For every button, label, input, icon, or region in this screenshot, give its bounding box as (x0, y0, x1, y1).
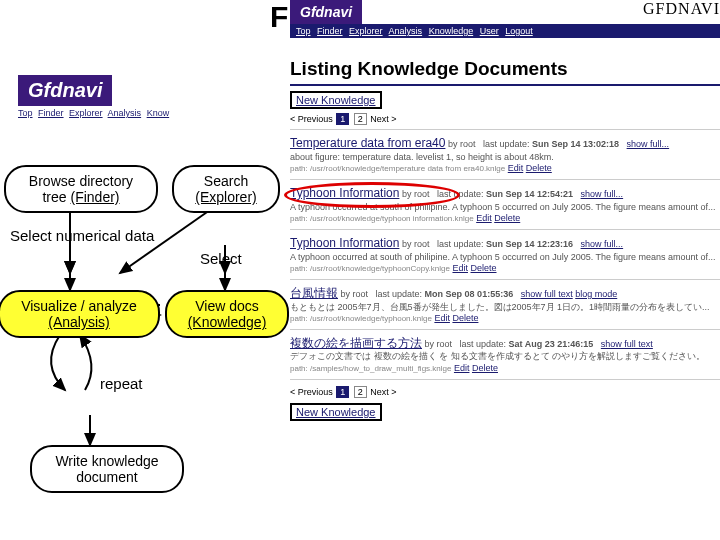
doc-delete[interactable]: Delete (494, 213, 520, 223)
doc-update-label: last update: (460, 339, 507, 349)
doc-by: by root (341, 289, 369, 299)
page-1[interactable]: 1 (336, 113, 349, 125)
doc-item: Typhoon Information by root last update:… (290, 186, 720, 230)
nav-explorer[interactable]: Explorer (349, 26, 383, 36)
doc-path: path: /usr/root/knowledge/typhoonCopy.kn… (290, 264, 450, 273)
new-knowledge-button[interactable]: New Knowledge (290, 91, 382, 109)
doc-delete[interactable]: Delete (526, 163, 552, 173)
flow-viewdocs: View docs (Knowledge) (165, 290, 289, 338)
doc-delete[interactable]: Delete (452, 313, 478, 323)
flow-viewdocs-u: (Knowledge) (188, 314, 267, 330)
nav-logout[interactable]: Logout (505, 26, 533, 36)
doc-show[interactable]: show full text (601, 339, 653, 349)
doc-by: by root (425, 339, 453, 349)
top-navbar: Top Finder Explorer Analysis Knowledge U… (290, 24, 720, 38)
doc-delete[interactable]: Delete (472, 363, 498, 373)
doc-show[interactable]: show full text (521, 289, 573, 299)
flow-write: Write knowledge document (30, 445, 184, 493)
doc-edit[interactable]: Edit (508, 163, 524, 173)
divider (290, 129, 720, 130)
doc-edit[interactable]: Edit (452, 263, 468, 273)
page-2[interactable]: 2 (354, 386, 367, 398)
pager-bottom: < Previous 1 2 Next > (290, 386, 720, 398)
page-title: Listing Knowledge Documents (290, 54, 720, 86)
doc-by: by root (402, 189, 430, 199)
doc-by: by root (402, 239, 430, 249)
nav-left-analysis[interactable]: Analysis (108, 108, 142, 118)
doc-show[interactable]: show full... (627, 139, 670, 149)
nav-top[interactable]: Top (296, 26, 311, 36)
doc-blog[interactable]: blog mode (575, 289, 617, 299)
doc-delete[interactable]: Delete (471, 263, 497, 273)
app-right-panel: Gfdnavi GFDNAVI Top Finder Explorer Anal… (290, 0, 720, 38)
doc-date: Sun Sep 14 12:54:21 (486, 189, 573, 199)
doc-item: 台風情報 by root last update: Mon Sep 08 01:… (290, 286, 720, 330)
doc-update-label: last update: (437, 239, 484, 249)
doc-date: Sat Aug 23 21:46:15 (509, 339, 594, 349)
doc-path: path: /samples/how_to_draw_multi_figs.kn… (290, 364, 451, 373)
doc-desc: A typhoon occurred at south of philipine… (290, 252, 716, 262)
flow-browse-l2: tree (42, 189, 70, 205)
doc-update-label: last update: (437, 189, 484, 199)
pager-prev[interactable]: < Previous (290, 114, 333, 124)
doc-path: path: /usr/root/knowledge/typhoon inform… (290, 214, 474, 223)
app-logo: Gfdnavi (290, 0, 362, 24)
divider (290, 379, 720, 380)
doc-date: Sun Sep 14 13:02:18 (532, 139, 619, 149)
flow-browse: Browse directory tree (Finder) (4, 165, 158, 213)
pager-top: < Previous 1 2 Next > (290, 113, 720, 125)
doc-update-label: last update: (376, 289, 423, 299)
nav-left-know[interactable]: Know (147, 108, 170, 118)
pager-next[interactable]: Next > (370, 387, 396, 397)
flow-search: Search (Explorer) (172, 165, 280, 213)
nav-left-finder[interactable]: Finder (38, 108, 64, 118)
listing-panel: Listing Knowledge Documents New Knowledg… (290, 48, 720, 421)
app-caps: GFDNAVI (643, 0, 720, 18)
flow-visualize-l1: Visualize / analyze (21, 298, 137, 314)
flow-browse-u: (Finder) (71, 189, 120, 205)
doc-edit[interactable]: Edit (434, 313, 450, 323)
flow-diagram: Browse directory tree (Finder) Search (E… (0, 155, 300, 515)
flow-search-l1: Search (204, 173, 248, 189)
new-knowledge-button-bottom[interactable]: New Knowledge (290, 403, 382, 421)
flow-repeat-label: repeat (100, 375, 143, 392)
divider (290, 279, 720, 280)
doc-edit[interactable]: Edit (454, 363, 470, 373)
page-2[interactable]: 2 (354, 113, 367, 125)
nav-knowledge[interactable]: Knowledge (429, 26, 474, 36)
doc-title[interactable]: Typhoon Information (290, 236, 399, 250)
nav-finder[interactable]: Finder (317, 26, 343, 36)
doc-date: Mon Sep 08 01:55:36 (425, 289, 514, 299)
doc-title[interactable]: Typhoon Information (290, 186, 399, 200)
doc-date: Sun Sep 14 12:23:16 (486, 239, 573, 249)
nav-analysis[interactable]: Analysis (389, 26, 423, 36)
flow-write-l2: document (76, 469, 137, 485)
flow-selectnum-label: Select numerical data (10, 227, 154, 244)
nav-left-explorer[interactable]: Explorer (69, 108, 103, 118)
doc-path: path: /usr/root/knowledge/typhoon.knlge (290, 314, 432, 323)
page-1[interactable]: 1 (336, 386, 349, 398)
doc-title[interactable]: Temperature data from era40 (290, 136, 445, 150)
doc-desc: もともとは 2005年7月、台風5番が発生しました。図は2005年7月 1日の。… (290, 302, 710, 312)
pager-next[interactable]: Next > (370, 114, 396, 124)
flow-visualize-u: (Analysis) (48, 314, 109, 330)
doc-item: Typhoon Information by root last update:… (290, 236, 720, 280)
divider (290, 329, 720, 330)
doc-by: by root (448, 139, 476, 149)
nav-left-top[interactable]: Top (18, 108, 33, 118)
doc-show[interactable]: show full... (581, 239, 624, 249)
doc-item: Temperature data from era40 by root last… (290, 136, 720, 180)
flow-browse-l1: Browse directory (29, 173, 133, 189)
divider (290, 179, 720, 180)
divider (290, 229, 720, 230)
doc-title[interactable]: 複数の絵を描画する方法 (290, 336, 422, 350)
doc-edit[interactable]: Edit (476, 213, 492, 223)
doc-desc: A typhoon occurred at south of philipine… (290, 202, 716, 212)
doc-update-label: last update: (483, 139, 530, 149)
app-left-minilogo: Gfdnavi Top Finder Explorer Analysis Kno… (18, 75, 172, 120)
doc-desc: about figure: temperature data. levelist… (290, 152, 554, 162)
doc-show[interactable]: show full... (581, 189, 624, 199)
nav-user[interactable]: User (480, 26, 499, 36)
flow-visualize: Visualize / analyze (Analysis) (0, 290, 160, 338)
doc-desc: デフォこの文書では 複数の絵を描く を 知る文書を作成するとて のやり方を解説し… (290, 351, 705, 361)
